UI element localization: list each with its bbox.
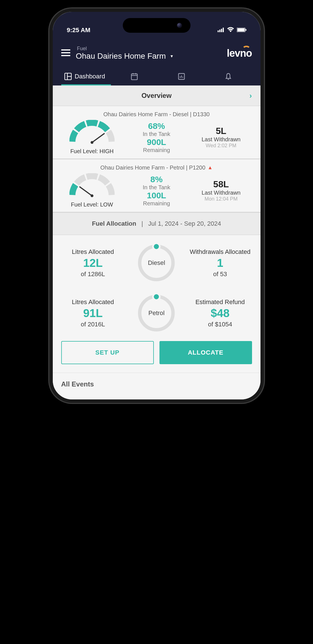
ring-knob-icon — [152, 242, 161, 251]
header-category: Fuel — [76, 46, 221, 52]
allocation-row: Litres Allocated 91L of 2016L Petrol Est… — [61, 288, 252, 338]
fuel-level-label: Fuel Level: LOW — [61, 201, 123, 208]
tank-remaining: 900L — [126, 137, 187, 147]
svg-rect-3 — [223, 28, 224, 32]
tank-remaining-sub: Remaining — [126, 200, 187, 207]
last-withdrawn-label: Last Withdrawn — [190, 136, 252, 143]
svg-rect-5 — [237, 28, 245, 32]
phone-frame: 9:25 AM Fuel Ohau Dairies Home Farm ▼ — [49, 8, 264, 403]
ring-label: Petrol — [148, 309, 165, 317]
chevron-right-icon: › — [249, 91, 252, 100]
tab-reports[interactable] — [158, 69, 205, 85]
alloc-left-title: Litres Allocated — [61, 248, 125, 256]
status-time: 9:25 AM — [67, 27, 91, 34]
tank-title: Ohau Dairies Home Farm - Diesel | D1330 — [61, 111, 252, 118]
menu-icon[interactable] — [61, 49, 70, 58]
chevron-down-icon: ▼ — [170, 54, 174, 58]
alloc-right-title: Withdrawals Allocated — [188, 248, 252, 256]
tank-percent-sub: In the Tank — [126, 184, 187, 191]
allocation-row: Litres Allocated 12L of 1286L Diesel Wit… — [61, 238, 252, 288]
alloc-right-sub: of $1054 — [188, 321, 252, 328]
device-notch — [123, 18, 191, 33]
calendar-icon — [130, 72, 138, 80]
svg-rect-6 — [246, 29, 246, 31]
ring-label: Diesel — [148, 259, 165, 267]
tab-alerts[interactable] — [205, 69, 252, 85]
overview-title: Overview — [141, 92, 172, 100]
allocate-button[interactable]: ALLOCATE — [159, 341, 252, 364]
chart-icon — [178, 72, 185, 80]
alloc-left-title: Litres Allocated — [61, 298, 125, 306]
last-withdrawn-label: Last Withdrawn — [190, 190, 252, 196]
allocation-ring[interactable]: Petrol — [138, 295, 175, 331]
allocation-label: Fuel Allocation — [92, 220, 136, 227]
bell-icon — [224, 72, 232, 80]
brand-logo: levno — [227, 47, 252, 59]
tab-dashboard[interactable]: Dashboard — [61, 69, 111, 85]
tank-percent: 8% — [126, 175, 187, 184]
alloc-left-value: 12L — [61, 257, 125, 269]
tab-calendar[interactable] — [111, 69, 158, 85]
fuel-level-label: Fuel Level: HIGH — [61, 148, 123, 155]
allocation-date-range: Jul 1, 2024 - Sep 20, 2024 — [148, 220, 221, 227]
svg-line-24 — [79, 187, 92, 196]
setup-button[interactable]: SET UP — [61, 341, 154, 364]
last-withdrawn-value: 5L — [190, 126, 252, 136]
allocation-header: Fuel Allocation | Jul 1, 2024 - Sep 20, … — [53, 213, 261, 235]
tank-remaining: 100L — [126, 191, 187, 200]
tank-percent: 68% — [126, 121, 187, 131]
svg-rect-13 — [132, 74, 137, 80]
alloc-right-value: $48 — [188, 307, 252, 320]
alloc-left-sub: of 1286L — [61, 271, 125, 278]
app-header: Fuel Ohau Dairies Home Farm ▼ levno Dash… — [53, 37, 261, 85]
svg-point-23 — [91, 141, 93, 144]
svg-point-25 — [91, 194, 93, 197]
overview-header[interactable]: Overview › — [53, 85, 261, 106]
alloc-right-sub: of 53 — [188, 271, 252, 278]
all-events-header[interactable]: All Events — [53, 373, 261, 399]
tank-percent-sub: In the Tank — [126, 131, 187, 137]
last-withdrawn-value: 58L — [190, 179, 252, 190]
alloc-left-value: 91L — [61, 307, 125, 320]
alert-icon: ▲ — [208, 165, 213, 171]
battery-icon — [237, 27, 246, 34]
allocation-grid: Litres Allocated 12L of 1286L Diesel Wit… — [53, 235, 261, 373]
gauge-icon — [61, 120, 123, 146]
allocation-ring[interactable]: Diesel — [138, 245, 175, 281]
signal-icon — [218, 27, 224, 34]
location-dropdown[interactable]: Ohau Dairies Home Farm ▼ — [76, 52, 221, 61]
ring-knob-icon — [152, 293, 161, 301]
tab-bar: Dashboard — [61, 69, 252, 85]
dashboard-icon — [64, 72, 72, 80]
tank-title: Ohau Dairies Home Farm - Petrol | P1200 … — [61, 164, 252, 171]
location-name: Ohau Dairies Home Farm — [76, 52, 166, 61]
gauge-icon — [61, 173, 123, 200]
tank-remaining-sub: Remaining — [126, 147, 187, 153]
svg-rect-9 — [61, 55, 70, 56]
status-icons — [218, 27, 246, 34]
last-withdrawn-time: Wed 2:02 PM — [190, 143, 252, 149]
svg-rect-8 — [61, 52, 70, 53]
svg-rect-1 — [219, 30, 220, 32]
svg-rect-2 — [221, 29, 222, 32]
svg-rect-7 — [61, 49, 70, 50]
alloc-left-sub: of 2016L — [61, 321, 125, 328]
logo-accent-icon — [242, 46, 251, 50]
svg-rect-0 — [218, 30, 219, 32]
tank-card[interactable]: Ohau Dairies Home Farm - Diesel | D1330 … — [53, 106, 261, 159]
alloc-right-value: 1 — [188, 257, 252, 269]
last-withdrawn-time: Mon 12:04 PM — [190, 196, 252, 202]
svg-line-22 — [92, 133, 104, 142]
tank-card[interactable]: Ohau Dairies Home Farm - Petrol | P1200 … — [53, 159, 261, 213]
tab-dashboard-label: Dashboard — [75, 73, 105, 80]
all-events-label: All Events — [61, 380, 94, 388]
wifi-icon — [227, 27, 234, 34]
alloc-right-title: Estimated Refund — [188, 298, 252, 306]
